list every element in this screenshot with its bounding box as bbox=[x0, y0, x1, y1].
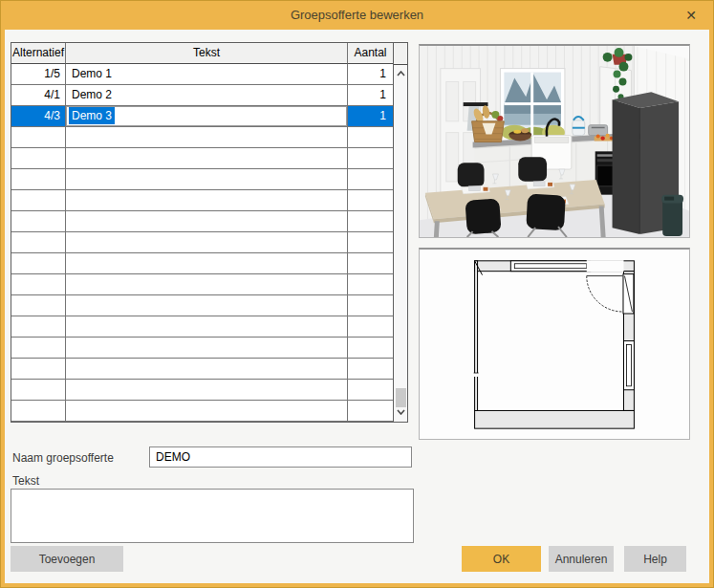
cell-aantal[interactable] bbox=[348, 211, 393, 232]
scroll-up-icon[interactable] bbox=[395, 68, 407, 79]
cell-tekst[interactable] bbox=[66, 211, 348, 232]
close-icon[interactable]: ✕ bbox=[681, 5, 702, 26]
cell-aantal[interactable] bbox=[348, 253, 393, 274]
groepsofferte-dialog: Groepsofferte bewerken ✕ Alternatief Tek… bbox=[0, 0, 714, 588]
cell-alternatief[interactable] bbox=[11, 148, 66, 169]
cell-tekst[interactable]: Demo 3 bbox=[66, 106, 348, 127]
cell-aantal[interactable] bbox=[348, 127, 393, 148]
scrollbar-thumb[interactable] bbox=[396, 388, 406, 407]
cell-tekst[interactable]: Demo 2 bbox=[66, 85, 348, 106]
table-row[interactable] bbox=[11, 127, 393, 148]
cell-alternatief[interactable] bbox=[11, 127, 66, 148]
toevoegen-button[interactable]: Toevoegen bbox=[11, 546, 123, 572]
dialog-border-left bbox=[1, 1, 5, 587]
table-row[interactable] bbox=[11, 169, 393, 190]
column-header-tekst[interactable]: Tekst bbox=[66, 43, 348, 64]
cell-aantal[interactable] bbox=[348, 401, 393, 422]
column-header-aantal[interactable]: Aantal bbox=[348, 43, 393, 64]
cell-alternatief[interactable] bbox=[11, 232, 66, 253]
cell-alternatief[interactable] bbox=[11, 401, 66, 422]
cell-alternatief[interactable] bbox=[11, 380, 66, 401]
cell-aantal[interactable] bbox=[348, 295, 393, 316]
cell-alternatief[interactable]: 4/3 bbox=[11, 106, 66, 127]
cell-tekst[interactable] bbox=[66, 380, 348, 401]
cell-alternatief[interactable] bbox=[11, 253, 66, 274]
table-row[interactable] bbox=[11, 380, 393, 401]
alternatives-grid: Alternatief Tekst Aantal 1/5Demo 114/1De… bbox=[11, 43, 393, 422]
cell-aantal[interactable] bbox=[348, 148, 393, 169]
table-scrollbar[interactable] bbox=[393, 43, 407, 422]
table-row[interactable] bbox=[11, 211, 393, 232]
cell-aantal[interactable]: 1 bbox=[348, 85, 393, 106]
cell-tekst[interactable] bbox=[66, 338, 348, 359]
table-header-row: Alternatief Tekst Aantal bbox=[11, 43, 393, 64]
cell-alternatief[interactable]: 1/5 bbox=[11, 64, 66, 85]
cell-tekst[interactable] bbox=[66, 127, 348, 148]
cell-aantal[interactable] bbox=[348, 359, 393, 380]
cell-alternatief[interactable] bbox=[11, 274, 66, 295]
dialog-title: Groepsofferte bewerken bbox=[1, 1, 713, 30]
floor-plan-image bbox=[419, 248, 690, 440]
cell-aantal[interactable] bbox=[348, 338, 393, 359]
cell-tekst[interactable] bbox=[66, 274, 348, 295]
cell-tekst[interactable] bbox=[66, 169, 348, 190]
table-row[interactable] bbox=[11, 338, 393, 359]
tekst-textarea[interactable] bbox=[11, 489, 414, 543]
cell-aantal[interactable] bbox=[348, 190, 393, 211]
table-row[interactable] bbox=[11, 148, 393, 169]
cell-aantal[interactable] bbox=[348, 274, 393, 295]
title-bar: Groepsofferte bewerken ✕ bbox=[1, 1, 713, 30]
table-row[interactable]: 4/1Demo 21 bbox=[11, 85, 393, 106]
table-row[interactable] bbox=[11, 274, 393, 295]
cell-tekst[interactable] bbox=[66, 148, 348, 169]
scroll-down-icon[interactable] bbox=[395, 406, 407, 418]
table-row[interactable] bbox=[11, 359, 393, 380]
selected-text: Demo 3 bbox=[69, 107, 115, 124]
cell-tekst[interactable] bbox=[66, 190, 348, 211]
cell-alternatief[interactable] bbox=[11, 190, 66, 211]
cell-aantal[interactable] bbox=[348, 232, 393, 253]
ok-button[interactable]: OK bbox=[462, 546, 541, 572]
table-row[interactable]: 1/5Demo 11 bbox=[11, 64, 393, 85]
column-header-alternatief[interactable]: Alternatief bbox=[11, 43, 66, 64]
cell-tekst[interactable] bbox=[66, 253, 348, 274]
cell-tekst[interactable] bbox=[66, 316, 348, 338]
cell-tekst[interactable] bbox=[66, 401, 348, 422]
alternatives-table: Alternatief Tekst Aantal 1/5Demo 114/1De… bbox=[11, 42, 408, 423]
cell-alternatief[interactable] bbox=[11, 316, 66, 338]
kitchen-render-image bbox=[419, 44, 690, 238]
cell-tekst[interactable] bbox=[66, 359, 348, 380]
dialog-border-right bbox=[709, 1, 713, 587]
name-input[interactable] bbox=[149, 446, 412, 468]
table-row[interactable]: 4/3Demo 31 bbox=[11, 106, 393, 127]
table-row[interactable] bbox=[11, 232, 393, 253]
table-row[interactable] bbox=[11, 253, 393, 274]
cell-aantal[interactable] bbox=[348, 380, 393, 401]
table-row[interactable] bbox=[11, 401, 393, 422]
cell-alternatief[interactable]: 4/1 bbox=[11, 85, 66, 106]
cell-alternatief[interactable] bbox=[11, 359, 66, 380]
cell-tekst[interactable]: Demo 1 bbox=[66, 64, 348, 85]
offer-table-rows: 1/5Demo 114/1Demo 214/3Demo 31 bbox=[11, 64, 393, 422]
table-row[interactable] bbox=[11, 295, 393, 316]
cell-aantal[interactable] bbox=[348, 169, 393, 190]
cell-alternatief[interactable] bbox=[11, 211, 66, 232]
name-label: Naam groepsofferte bbox=[12, 451, 114, 465]
cell-aantal[interactable]: 1 bbox=[348, 106, 393, 127]
cell-aantal[interactable] bbox=[348, 316, 393, 338]
tekst-label: Tekst bbox=[12, 474, 39, 488]
cell-alternatief[interactable] bbox=[11, 295, 66, 316]
table-row[interactable] bbox=[11, 316, 393, 338]
cell-tekst[interactable] bbox=[66, 232, 348, 253]
table-row[interactable] bbox=[11, 190, 393, 211]
cell-tekst[interactable] bbox=[66, 295, 348, 316]
annuleren-button[interactable]: Annuleren bbox=[549, 546, 614, 572]
cell-alternatief[interactable] bbox=[11, 338, 66, 359]
help-button[interactable]: Help bbox=[624, 546, 686, 572]
scrollbar-header-stub bbox=[394, 43, 407, 65]
cell-aantal[interactable]: 1 bbox=[348, 64, 393, 85]
dialog-border-bottom bbox=[1, 583, 713, 587]
cell-alternatief[interactable] bbox=[11, 169, 66, 190]
